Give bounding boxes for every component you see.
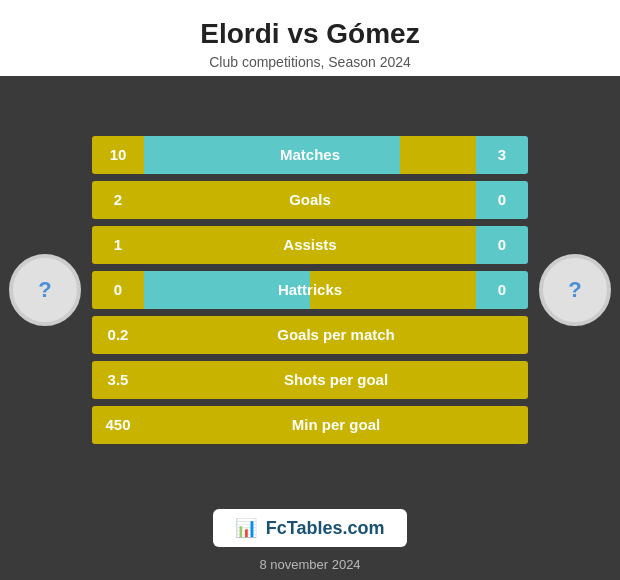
stat-bar-area: Hattricks — [144, 271, 476, 309]
footer: 8 november 2024 — [0, 551, 620, 580]
stat-bar-area: Matches — [144, 136, 476, 174]
stat-label: Goals per match — [277, 326, 395, 343]
stat-left-value: 3.5 — [92, 361, 144, 399]
stat-right-value: 0 — [476, 181, 528, 219]
stat-label: Shots per goal — [284, 371, 388, 388]
stat-row: 10Matches3 — [92, 136, 528, 174]
stat-label: Min per goal — [292, 416, 380, 433]
content-area: ? 10Matches32Goals01Assists00Hattricks00… — [0, 76, 620, 503]
footer-date: 8 november 2024 — [259, 557, 360, 572]
stat-label: Assists — [283, 236, 336, 253]
stat-right-value: 3 — [476, 136, 528, 174]
page-wrapper: Elordi vs Gómez Club competitions, Seaso… — [0, 0, 620, 580]
stat-left-value: 450 — [92, 406, 144, 444]
stat-row: 0Hattricks0 — [92, 271, 528, 309]
header: Elordi vs Gómez Club competitions, Seaso… — [0, 0, 620, 76]
stat-right-value: 0 — [476, 226, 528, 264]
stat-bar-area: Min per goal — [144, 406, 528, 444]
stat-row: 2Goals0 — [92, 181, 528, 219]
stat-left-value: 0.2 — [92, 316, 144, 354]
stat-label: Goals — [289, 191, 331, 208]
stat-label: Matches — [280, 146, 340, 163]
avatar-circle-right: ? — [539, 254, 611, 326]
stat-row: 450Min per goal — [92, 406, 528, 444]
stat-left-value: 0 — [92, 271, 144, 309]
logo-icon: 📊 — [235, 518, 257, 538]
stat-bar-area: Goals — [144, 181, 476, 219]
stat-fill — [144, 136, 400, 174]
stat-bar-area: Shots per goal — [144, 361, 528, 399]
subtitle: Club competitions, Season 2024 — [10, 54, 610, 70]
stat-bar-area: Assists — [144, 226, 476, 264]
logo-box: 📊 FcTables.com — [213, 509, 406, 547]
avatar-question-right: ? — [568, 277, 581, 303]
stat-row: 0.2Goals per match — [92, 316, 528, 354]
stat-left-value: 2 — [92, 181, 144, 219]
stat-right-value: 0 — [476, 271, 528, 309]
stats-container: 10Matches32Goals01Assists00Hattricks00.2… — [90, 136, 530, 444]
stat-left-value: 1 — [92, 226, 144, 264]
stat-row: 1Assists0 — [92, 226, 528, 264]
stat-row: 3.5Shots per goal — [92, 361, 528, 399]
logo-text: FcTables.com — [266, 518, 385, 538]
avatar-left: ? — [0, 180, 90, 400]
logo-area: 📊 FcTables.com — [213, 509, 406, 547]
stat-left-value: 10 — [92, 136, 144, 174]
avatar-right: ? — [530, 180, 620, 400]
main-title: Elordi vs Gómez — [10, 18, 610, 50]
stat-label: Hattricks — [278, 281, 342, 298]
avatar-circle-left: ? — [9, 254, 81, 326]
stat-bar-area: Goals per match — [144, 316, 528, 354]
dark-section: ? 10Matches32Goals01Assists00Hattricks00… — [0, 76, 620, 580]
avatar-question-left: ? — [38, 277, 51, 303]
